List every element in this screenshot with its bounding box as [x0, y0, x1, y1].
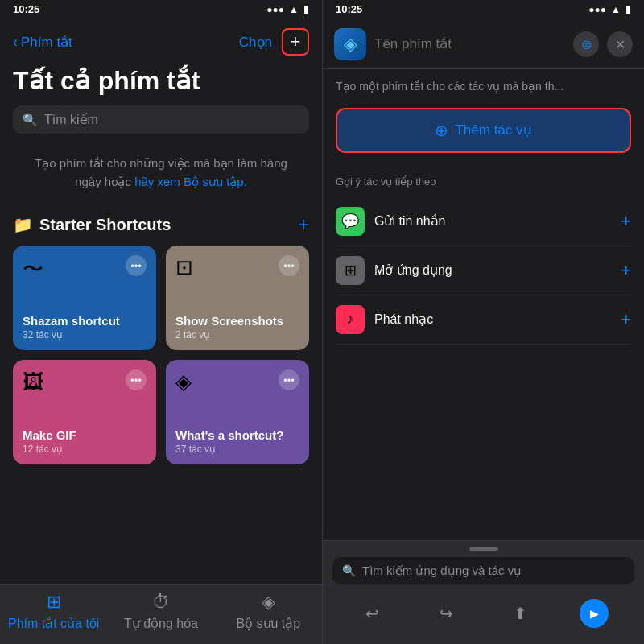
shortcut-card-0[interactable]: 〜 ••• Shazam shortcut 32 tác vụ [13, 246, 156, 350]
play-button[interactable]: ▶ [580, 599, 609, 628]
card-name-2: Make GIF [23, 428, 147, 442]
drag-handle [469, 547, 498, 551]
card-count-3: 37 tác vụ [175, 444, 299, 455]
gallery-icon: ◈ [262, 592, 275, 613]
close-icon: ✕ [615, 37, 625, 52]
search-icon: 🔍 [23, 113, 38, 127]
suggestion-icon-1: ⊞ [336, 256, 365, 285]
shortcut-card-2[interactable]: 🖼 ••• Make GIF 12 tác vụ [13, 360, 156, 464]
gif-icon: 🖼 [23, 369, 43, 394]
suggestion-icon-2: ♪ [336, 305, 365, 334]
section-title: Starter Shortcuts [39, 216, 171, 234]
tab-gallery[interactable]: ◈ Bộ sưu tập [215, 592, 322, 631]
page-title: Tất cả phím tắt [0, 62, 322, 105]
section-title-row: 📁 Starter Shortcuts [13, 215, 171, 234]
shortcuts-grid: 〜 ••• Shazam shortcut 32 tác vụ ⊡ ••• Sh… [0, 246, 322, 464]
tab-gallery-label: Bộ sưu tập [236, 616, 300, 631]
filter-button[interactable]: ⊜ [573, 31, 599, 57]
header-right: Chọn + [239, 28, 309, 56]
card-more-2[interactable]: ••• [126, 369, 147, 390]
bottom-search-placeholder: Tìm kiếm ứng dụng và tác vụ [362, 564, 522, 578]
shortcut-card-3[interactable]: ◈ ••• What's a shortcut? 37 tác vụ [166, 360, 309, 464]
shortcut-card-1[interactable]: ⊡ ••• Show Screenshots 2 tác vụ [166, 246, 309, 350]
card-name-0: Shazam shortcut [23, 314, 147, 328]
choose-button[interactable]: Chọn [239, 34, 272, 51]
collection-link[interactable]: hãy xem Bộ sưu tập. [134, 175, 247, 188]
app-icon: ⊞ [345, 262, 357, 279]
card-top-3: ◈ ••• [175, 369, 299, 394]
suggestions-title: Gợi ý tác vụ tiếp theo [336, 175, 631, 188]
bottom-actions: ↩ ↪ ⬆ ▶ [323, 592, 644, 644]
bottom-search-bar[interactable]: 🔍 Tìm kiếm ứng dụng và tác vụ [332, 557, 634, 584]
play-icon: ▶ [590, 607, 599, 620]
tab-my-shortcuts-label: Phím tắt của tôi [8, 616, 99, 631]
folder-icon: 📁 [13, 215, 33, 234]
share-icon: ⬆ [514, 604, 527, 623]
screenshot-icon: ⊡ [175, 255, 193, 280]
whats-icon: ◈ [175, 369, 192, 394]
back-button[interactable]: ‹ Phím tắt [13, 34, 72, 51]
left-panel: 10:25 ●●● ▲ ▮ ‹ Phím tắt Chọn + Tất cả p… [0, 0, 322, 644]
suggestion-item-2[interactable]: ♪ Phát nhạc + [336, 295, 631, 345]
right-header-actions: ⊜ ✕ [573, 31, 633, 57]
left-tab-bar: ⊞ Phím tắt của tôi ⏱ Tự động hóa ◈ Bộ sư… [0, 584, 322, 644]
status-bar-left: 10:25 ●●● ▲ ▮ [0, 0, 322, 17]
add-shortcut-button[interactable]: + [282, 28, 309, 56]
wifi-icon: ▲ [289, 4, 299, 15]
close-button[interactable]: ✕ [607, 31, 633, 57]
card-count-1: 2 tác vụ [175, 329, 299, 341]
suggestion-name-0: Gửi tin nhắn [374, 213, 621, 229]
battery-icon-r: ▮ [625, 4, 631, 15]
bottom-search-icon: 🔍 [342, 564, 356, 577]
shortcut-name-input[interactable] [374, 36, 565, 52]
card-top-2: 🖼 ••• [23, 369, 147, 394]
search-placeholder: Tìm kiếm [44, 112, 98, 127]
back-label: Phím tắt [21, 34, 72, 51]
redo-button[interactable]: ↪ [432, 599, 461, 628]
suggestion-name-2: Phát nhạc [374, 312, 621, 327]
share-button[interactable]: ⬆ [506, 599, 535, 628]
card-more-0[interactable]: ••• [126, 255, 147, 276]
card-count-0: 32 tác vụ [23, 329, 147, 341]
suggestion-item-0[interactable]: 💬 Gửi tin nhắn + [336, 197, 631, 246]
signal-icon: ●●● [266, 4, 284, 15]
add-action-plus-icon: ⊕ [435, 121, 448, 140]
add-action-button[interactable]: ⊕ Thêm tác vụ [336, 108, 631, 153]
undo-button[interactable]: ↩ [358, 599, 387, 628]
suggestion-add-0[interactable]: + [621, 211, 631, 232]
suggestions-section: Gợi ý tác vụ tiếp theo 💬 Gửi tin nhắn + … [323, 159, 644, 353]
add-action-label: Thêm tác vụ [455, 122, 531, 138]
tab-my-shortcuts[interactable]: ⊞ Phím tắt của tôi [0, 592, 107, 631]
card-top-0: 〜 ••• [23, 255, 147, 283]
automation-icon: ⏱ [152, 592, 170, 613]
tab-automation-label: Tự động hóa [124, 616, 198, 631]
filter-icon: ⊜ [581, 37, 592, 52]
right-header: ◈ ⊜ ✕ [323, 17, 644, 69]
empty-state: Tạo phím tắt cho những việc mà bạn làm h… [0, 147, 322, 207]
status-icons-right: ●●● ▲ ▮ [588, 3, 631, 15]
my-shortcuts-icon: ⊞ [47, 592, 61, 613]
search-bar[interactable]: 🔍 Tìm kiếm [13, 105, 309, 134]
music-icon: ♪ [347, 311, 354, 328]
shortcut-app-icon: ◈ [334, 28, 366, 60]
card-top-1: ⊡ ••• [175, 255, 299, 280]
signal-icon-r: ●●● [588, 4, 606, 15]
suggestion-name-1: Mở ứng dụng [374, 262, 621, 278]
tab-automation[interactable]: ⏱ Tự động hóa [107, 592, 214, 631]
card-more-3[interactable]: ••• [279, 369, 299, 390]
right-subtitle: Tạo một phím tắt cho các tác vụ mà bạn t… [323, 69, 644, 108]
status-bar-right: 10:25 ●●● ▲ ▮ [323, 0, 644, 17]
card-name-1: Show Screenshots [175, 314, 299, 328]
card-name-3: What's a shortcut? [175, 428, 299, 442]
chevron-left-icon: ‹ [13, 34, 18, 51]
suggestion-add-1[interactable]: + [621, 260, 631, 281]
time-right: 10:25 [336, 3, 362, 15]
right-panel: 10:25 ●●● ▲ ▮ ◈ ⊜ ✕ Tạo một phím tắt cho… [323, 0, 644, 644]
right-bottom-panel: 🔍 Tìm kiếm ứng dụng và tác vụ ↩ ↪ ⬆ ▶ [323, 540, 644, 644]
section-add-button[interactable]: + [298, 213, 309, 236]
battery-icon: ▮ [303, 4, 309, 15]
suggestion-add-2[interactable]: + [621, 309, 631, 330]
suggestion-item-1[interactable]: ⊞ Mở ứng dụng + [336, 246, 631, 295]
card-more-1[interactable]: ••• [279, 255, 299, 276]
redo-icon: ↪ [440, 604, 453, 623]
